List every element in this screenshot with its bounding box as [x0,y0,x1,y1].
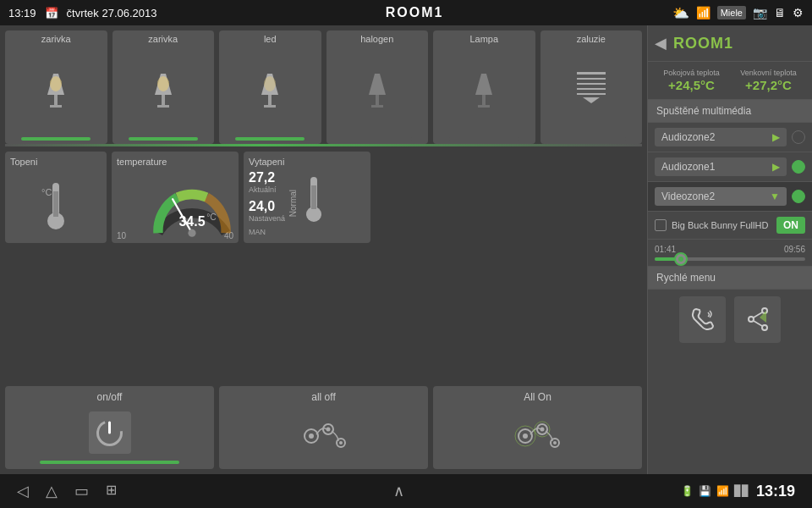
quick-phone-icon[interactable] [679,296,726,343]
svg-rect-10 [264,105,276,108]
light-label-3: halogen [360,34,393,44]
svg-rect-18 [577,72,606,75]
light-tile-3[interactable]: halogen [326,30,429,144]
svg-rect-6 [157,105,169,108]
lamp-icon-1 [142,47,184,134]
svg-rect-17 [478,105,490,108]
lamp-icon-3 [356,47,398,134]
vytapeni-values: 27,2 Aktuální 24,0 Nastavená MAN [249,170,285,236]
nav-grid-icon[interactable]: ⊞ [106,482,117,500]
nav-time: 13:19 [756,483,795,500]
light-tile-4[interactable]: Lampa [433,30,535,144]
calendar-icon: 📅 [45,7,58,19]
nav-battery-icon: 🔋 [681,485,694,497]
topeni-tile[interactable]: Topeni °C [5,152,107,243]
nav-back-icon[interactable]: ◁ [17,482,29,500]
light-label-5: zaluzie [577,34,606,44]
videozone2-name[interactable]: Videozone2 ▼ [655,187,787,206]
svg-rect-34 [311,185,316,209]
audiozone1-indicator [792,160,805,174]
room-back-button[interactable]: ◀ [655,34,667,52]
svg-text:34.5: 34.5 [178,214,205,229]
svg-point-44 [523,433,528,439]
settings-icon[interactable]: ⚙ [793,6,804,19]
svg-text:°C: °C [206,213,217,222]
zone-row-audiozone1: Audiozone1 ▶ [648,152,812,182]
monitor-icon: 🖥 [774,6,786,19]
sensors-row: Topeni °C temperature [0,146,647,248]
vytapeni-actual-group: 27,2 Aktuální [249,170,285,194]
vytapeni-tile[interactable]: Vytapeni 27,2 Aktuální 24,0 Nastavená MA… [244,152,370,243]
vytapeni-content: 27,2 Aktuální 24,0 Nastavená MAN Normal [249,170,365,236]
svg-marker-23 [583,97,600,103]
vytapeni-mode: MAN [249,228,285,236]
svg-rect-21 [577,88,606,90]
nav-home-icon[interactable]: △ [46,482,58,500]
action-tile-alloff[interactable]: all off [219,386,428,469]
svg-line-55 [754,321,762,326]
light-bar-4 [449,137,518,141]
vytapeni-label: Vytapeni [249,157,284,167]
bottom-nav: ◁ △ ▭ ⊞ ∧ 🔋 💾 📶 ▊▊ 13:19 [0,474,812,508]
svg-text:°C: °C [41,187,52,197]
room-header: ◀ ROOM1 [648,25,812,62]
temperature-tile[interactable]: temperature 34.5 °C [112,152,239,243]
nav-right: 🔋 💾 📶 ▊▊ 13:19 [681,483,795,500]
svg-marker-15 [475,74,492,95]
nav-recent-icon[interactable]: ▭ [74,482,89,500]
lamp-icon-0 [35,47,77,134]
svg-rect-5 [162,95,165,105]
light-tile-0[interactable]: zarivka [5,30,107,144]
quick-menu-icons [648,290,812,350]
svg-point-3 [50,76,62,91]
nav-center: ∧ [393,482,404,500]
svg-point-42 [339,441,343,444]
left-panel: zarivka zarivka [0,25,647,474]
svg-rect-9 [268,95,272,105]
light-tile-5[interactable]: zaluzie [540,30,643,144]
light-bar-2 [235,137,304,141]
vytapeni-set-group: 24,0 Nastavená [249,199,285,223]
media-on-badge[interactable]: ON [776,217,805,234]
right-panel: ◀ ROOM1 Pokojová teplota +24,5°C Venkovn… [647,25,812,474]
timeline-current: 01:41 [655,245,676,254]
audiozone1-name[interactable]: Audiozone1 ▶ [655,157,787,176]
main-area: zarivka zarivka [0,25,812,474]
audiozone2-name[interactable]: Audiozone2 ▶ [655,128,787,146]
signal-icon: 📶 [696,6,710,19]
status-title: ROOM1 [157,5,672,20]
timeline-thumb-inner [678,257,683,262]
svg-rect-16 [482,95,486,105]
nav-up-icon[interactable]: ∧ [393,482,404,500]
vytapeni-actual-sub: Aktuální [249,185,285,194]
topeni-label: Topeni [10,157,37,167]
vytapeni-thermo-icon [301,170,326,236]
vytapeni-set-sub: Nastavená [249,214,285,223]
svg-rect-1 [54,95,58,105]
status-bar-right: ⛅ 📶 Miele 📷 🖥 ⚙ [672,5,804,21]
svg-rect-22 [577,93,606,95]
zone-row-audiozone2: Audiozone2 ▶ [648,123,812,152]
action-tile-allon[interactable]: All On [433,386,642,469]
status-date: čtvrtek 27.06.2013 [67,7,157,19]
allon-icon [508,408,568,464]
onoff-icon [89,408,131,457]
gauge-min: 10 [117,231,126,240]
svg-point-53 [762,325,767,330]
audiozone2-arrow: ▶ [772,131,780,143]
light-tile-2[interactable]: led [219,30,321,144]
light-tile-1[interactable]: zarivka [112,30,215,144]
zone-row-videozone2: Videozone2 ▼ [648,182,812,212]
svg-point-51 [749,317,754,322]
timeline-bar[interactable] [655,257,805,261]
svg-point-29 [188,229,195,237]
svg-point-40 [326,428,330,432]
svg-point-46 [540,428,544,432]
svg-rect-19 [577,78,606,80]
light-bar-5 [557,137,626,141]
quick-share-icon[interactable] [734,296,781,343]
vytapeni-set: 24,0 [249,199,285,214]
miele-badge: Miele [717,6,746,19]
action-tile-onoff[interactable]: on/off [5,386,214,469]
media-checkbox[interactable] [655,219,667,231]
